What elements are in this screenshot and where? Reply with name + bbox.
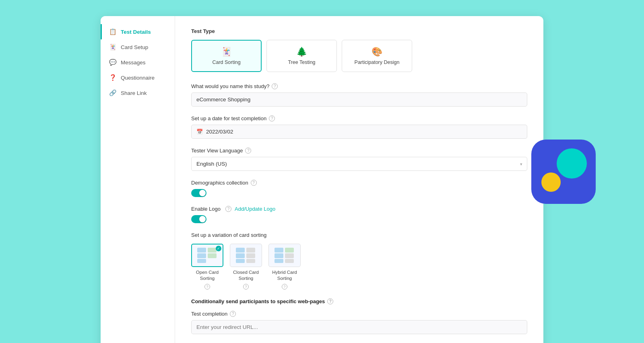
app-icon-decoration: [531, 140, 596, 204]
language-select[interactable]: English (US) French Spanish German: [191, 157, 527, 171]
test-completion-label: Test completion ?: [191, 311, 527, 317]
language-label: Tester View Language ?: [191, 148, 527, 154]
sidebar-item-card-setup[interactable]: 🃏 Card Setup: [101, 39, 175, 55]
card-sorting-icon: 🃏: [221, 47, 232, 57]
sidebar-item-label: Test Details: [121, 29, 151, 35]
open-card-sorting-help-icon[interactable]: ?: [204, 284, 210, 290]
svg-rect-16: [285, 259, 294, 263]
share-link-icon: 🔗: [109, 89, 117, 97]
study-name-group: What would you name this study? ?: [191, 83, 527, 107]
messages-icon: 💬: [109, 59, 117, 66]
conditional-help-icon[interactable]: ?: [327, 298, 333, 304]
card-sorting-option[interactable]: 🃏 Card Sorting: [191, 40, 262, 72]
main-content: Test Type 🃏 Card Sorting 🌲 Tree Testing …: [175, 16, 543, 343]
svg-rect-4: [208, 253, 217, 258]
selected-checkmark: ✓: [216, 246, 221, 251]
study-name-help-icon[interactable]: ?: [272, 83, 278, 89]
demographics-label: Demographics collection ?: [191, 180, 527, 186]
study-name-input[interactable]: [191, 92, 527, 107]
test-date-help-icon[interactable]: ?: [269, 115, 275, 121]
conditional-label: Conditionally send participants to speci…: [191, 298, 527, 304]
open-card-sorting-option[interactable]: ✓ Open CardSorting ?: [191, 244, 223, 290]
svg-rect-14: [285, 248, 294, 253]
demographics-toggle[interactable]: [191, 189, 206, 197]
tree-testing-label: Tree Testing: [288, 60, 315, 65]
yellow-bubble: [541, 173, 561, 192]
language-help-icon[interactable]: ?: [245, 148, 251, 154]
enable-logo-help-icon[interactable]: ?: [225, 206, 231, 212]
language-group: Tester View Language ? English (US) Fren…: [191, 148, 527, 171]
svg-rect-15: [285, 253, 294, 258]
hybrid-card-sorting-option[interactable]: Hybrid CardSorting ?: [268, 244, 301, 290]
sidebar-item-label: Card Setup: [121, 44, 148, 50]
test-date-group: Set up a date for test completion ? 📅 20…: [191, 115, 527, 139]
tree-testing-icon: 🌲: [296, 47, 307, 57]
closed-card-sorting-label: Closed CardSorting: [233, 269, 259, 281]
calendar-icon: 📅: [196, 129, 203, 135]
card-sorting-variation-label: Set up a variation of card sorting: [191, 232, 527, 238]
date-input-wrapper[interactable]: 📅 2022/03/02: [191, 125, 527, 139]
enable-logo-group: Enable Logo ? Add/Update Logo: [191, 206, 527, 223]
svg-rect-12: [275, 253, 283, 258]
enable-logo-row: Enable Logo ? Add/Update Logo: [191, 206, 527, 212]
sidebar-item-share-link[interactable]: 🔗 Share Link: [101, 85, 175, 101]
svg-rect-8: [246, 248, 255, 253]
svg-rect-9: [246, 253, 255, 258]
svg-rect-13: [275, 259, 283, 263]
closed-card-sorting-visual: [235, 247, 257, 264]
test-type-options: 🃏 Card Sorting 🌲 Tree Testing 🎨 Particip…: [191, 40, 527, 72]
hybrid-card-sorting-img: [268, 244, 301, 267]
card-setup-icon: 🃏: [109, 43, 117, 51]
svg-rect-11: [275, 248, 283, 253]
svg-rect-6: [236, 253, 245, 258]
open-card-sorting-visual: [196, 247, 218, 264]
enable-logo-toggle[interactable]: [191, 215, 206, 223]
hybrid-card-sorting-label: Hybrid CardSorting: [272, 269, 297, 281]
participatory-design-option[interactable]: 🎨 Participatory Design: [342, 40, 412, 72]
closed-card-sorting-option[interactable]: Closed CardSorting ?: [230, 244, 262, 290]
add-update-logo-link[interactable]: Add/Update Logo: [235, 206, 275, 212]
tree-testing-option[interactable]: 🌲 Tree Testing: [266, 40, 337, 72]
questionnaire-icon: ❓: [109, 74, 117, 81]
teal-bubble: [557, 148, 587, 179]
sidebar-item-label: Share Link: [121, 90, 147, 96]
open-card-sorting-label: Open CardSorting: [196, 269, 219, 281]
test-completion-input[interactable]: [191, 320, 527, 334]
participatory-design-label: Participatory Design: [355, 60, 400, 65]
test-details-icon: 📋: [109, 28, 117, 35]
sidebar-item-label: Messages: [121, 60, 146, 66]
enable-logo-toggle-wrapper: [191, 215, 527, 223]
svg-rect-10: [246, 259, 255, 263]
closed-card-sorting-img: [230, 244, 262, 267]
sidebar-item-messages[interactable]: 💬 Messages: [101, 55, 175, 70]
card-sorting-label: Card Sorting: [212, 60, 240, 65]
language-select-wrapper: English (US) French Spanish German ▾: [191, 157, 527, 171]
sidebar: 📋 Test Details 🃏 Card Setup 💬 Messages ❓…: [101, 16, 175, 343]
study-name-label: What would you name this study? ?: [191, 83, 527, 89]
svg-rect-2: [197, 259, 206, 263]
sidebar-item-test-details[interactable]: 📋 Test Details: [101, 24, 175, 39]
hybrid-card-sorting-visual: [274, 247, 295, 264]
svg-rect-3: [208, 248, 217, 253]
sidebar-item-label: Questionnaire: [121, 75, 155, 81]
demographics-help-icon[interactable]: ?: [251, 180, 257, 186]
svg-rect-5: [236, 248, 245, 253]
svg-rect-1: [197, 253, 206, 258]
conditional-section: Conditionally send participants to speci…: [191, 298, 527, 343]
test-type-section: Test Type 🃏 Card Sorting 🌲 Tree Testing …: [191, 28, 527, 72]
svg-rect-0: [197, 248, 206, 253]
closed-card-sorting-help-icon[interactable]: ?: [243, 284, 249, 290]
open-card-sorting-img: ✓: [191, 244, 223, 267]
test-completion-help-icon[interactable]: ?: [230, 311, 236, 317]
test-type-label: Test Type: [191, 28, 527, 34]
card-sorting-options: ✓ Open CardSorting ?: [191, 244, 527, 290]
date-value: 2022/03/02: [206, 129, 233, 135]
card-sorting-variation-group: Set up a variation of card sorting ✓: [191, 232, 527, 290]
test-completion-group: Test completion ?: [191, 311, 527, 334]
demographics-group: Demographics collection ?: [191, 180, 527, 197]
hybrid-card-sorting-help-icon[interactable]: ?: [282, 284, 287, 290]
participatory-design-icon: 🎨: [372, 47, 382, 57]
svg-rect-7: [236, 259, 245, 263]
sidebar-item-questionnaire[interactable]: ❓ Questionnaire: [101, 70, 175, 85]
demographics-toggle-wrapper: [191, 189, 527, 197]
